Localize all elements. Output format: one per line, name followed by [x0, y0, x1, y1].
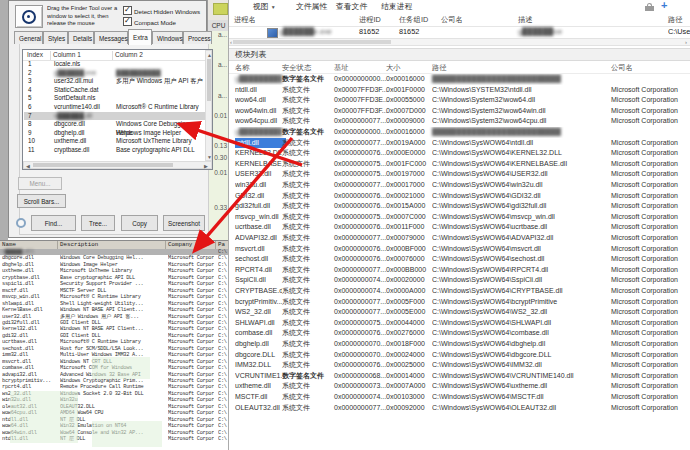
cell-path: C:\Windows\SysWOW64\msvcp_win.dll: [432, 212, 608, 223]
table-row[interactable]: 9dbghelp.dllWindows Image Helper: [24, 129, 205, 138]
module-row[interactable]: USER32.dll系统文件0x0000000075...0x00197000C…: [229, 169, 690, 180]
module-row[interactable]: RPCRT4.dll系统文件0x0000000077...0x000BB000C…: [229, 265, 690, 276]
cell-path: C:\Windows\SysWOW64\win32u.dll: [432, 180, 608, 191]
table-row[interactable]: 5SortDefault.nls: [24, 94, 205, 103]
add-icon[interactable]: +: [661, 0, 667, 11]
menu-file-properties[interactable]: 文件属性: [296, 0, 327, 13]
column-header-group-id[interactable]: 任务组ID: [399, 14, 428, 26]
module-row[interactable]: g█████████.exe数字签名文件0x0000000000...0x000…: [229, 127, 690, 138]
column-header-description[interactable]: 描述: [518, 14, 533, 26]
scroll-right-icon[interactable]: ▶: [204, 163, 208, 169]
module-row[interactable]: wow64cpu.dll系统文件0x0000000077...0x0000900…: [229, 116, 690, 127]
checkbox-compact-mode[interactable]: Compact Mode: [123, 17, 176, 27]
tab-styles[interactable]: Styles: [43, 31, 68, 44]
checkbox-detect-hidden-windows[interactable]: Detect Hidden Windows: [123, 6, 200, 16]
column-header-description[interactable]: Description: [60, 241, 98, 249]
module-row[interactable]: MSCTF.dll系统文件0x0000000074...0x00103000C:…: [229, 392, 690, 403]
scrollbar-thumb[interactable]: [233, 40, 391, 44]
scroll-left-icon[interactable]: ◀: [26, 163, 30, 169]
scrollbar-thumb[interactable]: [33, 163, 173, 167]
menu-button[interactable]: Menu...: [18, 177, 62, 190]
checkbox-icon[interactable]: [123, 17, 132, 26]
scroll-up-icon[interactable]: ▲: [207, 52, 212, 58]
module-row[interactable]: g█████████.exe数字签名文件0x0000000000...0x000…: [229, 74, 690, 85]
module-row[interactable]: OLEAUT32.dll系统文件0x0000000077...0x0009200…: [229, 403, 690, 414]
module-row[interactable]: uxtheme.dll系统文件0x0000000073...0x0007A000…: [229, 381, 690, 392]
tab-process[interactable]: Process: [183, 31, 212, 44]
tab-general[interactable]: General: [14, 31, 43, 44]
module-row[interactable]: ntdll.dll系统文件0x00007FFD3F...0x001F0000C:…: [229, 85, 690, 96]
module-row[interactable]: KERNEL32.DLL系统文件0x0000000076...0x000E000…: [229, 148, 690, 159]
module-row[interactable]: combase.dll系统文件0x0000000076...0x00276000…: [229, 328, 690, 339]
cell-description: Base cryptographic API DLL: [60, 275, 164, 281]
finder-tool-icon[interactable]: [15, 5, 43, 28]
column-header-path[interactable]: 路径: [668, 14, 683, 26]
module-row[interactable]: KERNELBASE.dll系统文件0x0000000075...0x001FC…: [229, 159, 690, 170]
table-row[interactable]: 2g██████.exe██████████: [24, 69, 205, 78]
module-row[interactable]: wow64.dll系统文件0x00007FFD3E...0x00055000C:…: [229, 95, 690, 106]
tab-messages[interactable]: Messages: [94, 31, 128, 44]
horizontal-scrollbar[interactable]: ◀ ▶: [23, 161, 212, 169]
tab-details[interactable]: Details: [68, 31, 94, 44]
module-row[interactable]: SHLWAPI.dll系统文件0x0000000075...0x00044000…: [229, 318, 690, 329]
column-header-path[interactable]: Pa: [218, 241, 225, 249]
module-row[interactable]: wow64win.dll系统文件0x00007FFD3F...0x0007D00…: [229, 106, 690, 117]
scroll-down-icon[interactable]: ▼: [207, 154, 212, 160]
column-header-company[interactable]: 公司名: [441, 14, 463, 26]
menu-view[interactable]: 视图 ▼: [253, 0, 276, 13]
module-row[interactable]: CRYPTBASE.dll系统文件0x0000000074...0x0000A0…: [229, 286, 690, 297]
table-row[interactable]: 11cryptbase.dllBase cryptographic API DL…: [24, 146, 205, 155]
module-row[interactable]: sechost.dll系统文件0x0000000076...0x00076000…: [229, 254, 690, 265]
module-row[interactable]: VCRUNTIME1...数字签名文件0x0000000068...0x0001…: [229, 371, 690, 382]
tree-button[interactable]: Tree...: [81, 215, 115, 231]
lock-icon[interactable]: [645, 3, 654, 11]
table-row[interactable]: 6vcruntime140.dllMicrosoft® C Runtime Li…: [24, 103, 205, 112]
module-row[interactable]: dbgcore.DLL系统文件0x0000000070...0x00024000…: [229, 350, 690, 361]
tab-extra[interactable]: Extra: [128, 29, 152, 45]
module-row[interactable]: ADVAPI32.dll系统文件0x0000000077...0x0007900…: [229, 233, 690, 244]
horizontal-scrollbar[interactable]: ‹ ›: [229, 38, 690, 46]
vertical-scrollbar[interactable]: ▲ ▼: [205, 50, 212, 161]
column-header-col1[interactable]: Column 1: [53, 50, 81, 60]
column-header-company[interactable]: Company Name: [168, 241, 210, 249]
table-row[interactable]: 4StaticCache.dat: [24, 86, 205, 95]
table-row[interactable]: 7v██████.dll: [24, 112, 205, 121]
module-row[interactable]: ucrtbase.dll系统文件0x0000000076...0x0011F00…: [229, 222, 690, 233]
copy-button[interactable]: Copy: [121, 215, 158, 231]
module-row[interactable]: bcryptPrimitiv...系统文件0x0000000077...0x00…: [229, 297, 690, 308]
column-header-index[interactable]: Index: [27, 50, 43, 60]
table-row[interactable]: 1locale.nls: [24, 60, 205, 69]
menu-view-file[interactable]: 查看文件: [336, 0, 367, 13]
module-row[interactable]: gdi32full.dll系统文件0x0000000076...0x0015A0…: [229, 201, 690, 212]
column-header-col2[interactable]: Column 2: [115, 50, 143, 60]
cell-size: 0x00079000: [386, 233, 425, 244]
find-button[interactable]: Find...: [31, 215, 76, 231]
table-row[interactable]: 3user32.dll.mui多用户 Windows 用户 API 客户: [24, 77, 205, 86]
table-row[interactable]: 8dbgcore.dllWindows Core Debugging Helpe: [24, 120, 205, 129]
scrollbar-thumb[interactable]: [207, 59, 211, 101]
column-header-process-name[interactable]: 进程名: [234, 14, 256, 26]
column-header-name[interactable]: Name: [2, 241, 16, 249]
cell-name: dbgcore.dll: [2, 255, 56, 261]
menu-kill-process[interactable]: 结束进程: [381, 0, 412, 13]
module-row[interactable]: IMM32.DLL系统文件0x0000000076...0x00025000C:…: [229, 360, 690, 371]
scroll-left-icon[interactable]: ‹: [230, 39, 232, 45]
module-row[interactable]: SspiCli.dll系统文件0x0000000074...0x00020000…: [229, 275, 690, 286]
tab-windows[interactable]: Windows: [152, 31, 183, 44]
module-row[interactable]: win32u.dll系统文件0x0000000077...0x00017000C…: [229, 180, 690, 191]
module-row[interactable]: ntdll.dll系统文件0x0000000077...0x0019A000C:…: [229, 138, 690, 149]
table-row[interactable]: 10uxtheme.dllMicrosoft UxTheme Library: [24, 137, 205, 146]
checkbox-icon[interactable]: [123, 6, 132, 15]
scroll-bars-button[interactable]: Scroll Bars...: [17, 194, 66, 208]
gear-icon[interactable]: [16, 218, 26, 228]
module-row[interactable]: WS2_32.dll系统文件0x0000000077...0x0005E000C…: [229, 307, 690, 318]
module-row[interactable]: dbghelp.dll系统文件0x0000000070...0x0018F000…: [229, 339, 690, 350]
scroll-right-icon[interactable]: ›: [685, 39, 687, 45]
process-row[interactable]: g██████e.exe 81652 81652 g██████ice C:\U…: [229, 26, 690, 38]
screenshot-button[interactable]: Screenshot: [163, 215, 205, 231]
column-header-pid[interactable]: 进程ID: [359, 14, 381, 26]
module-row[interactable]: msvcp_win.dll系统文件0x0000000075...0x0007C0…: [229, 212, 690, 223]
module-row[interactable]: msvcrt.dll系统文件0x0000000076...0x000BF000C…: [229, 244, 690, 255]
module-row[interactable]: GDI32.dll系统文件0x0000000076...0x00021000C:…: [229, 191, 690, 202]
background-highlight-cell: [213, 3, 228, 15]
